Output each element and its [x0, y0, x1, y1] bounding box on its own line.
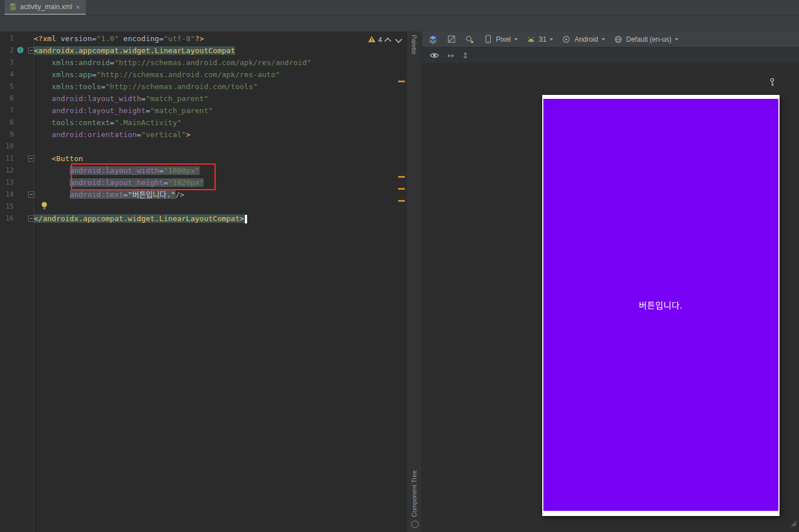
locale-selector-label: Default (en-us): [626, 35, 671, 43]
scrollbar-warning-mark[interactable]: [398, 200, 405, 202]
line-number: 1: [0, 33, 33, 45]
blueprint-icon[interactable]: [446, 34, 456, 45]
code-line[interactable]: android:layout_height="1920px": [34, 177, 397, 189]
chevron-down-icon: [602, 38, 605, 41]
code-line[interactable]: android:layout_width="match_parent": [34, 93, 397, 105]
code-line[interactable]: android:orientation="vertical">: [34, 129, 397, 141]
preview-screen[interactable]: 버튼입니다.: [543, 99, 778, 511]
design-toolbar: Pixel 31: [422, 31, 799, 47]
code-token: =: [92, 34, 97, 43]
code-line[interactable]: tools:context=".MainActivity": [34, 117, 397, 129]
editor-tab-bar: activity_main.xml ×: [0, 0, 799, 16]
code-token: "http://schemas.android.com/apk/res-auto…: [97, 70, 280, 79]
code-token: <?xml: [34, 34, 61, 43]
device-selector[interactable]: Pixel: [483, 34, 518, 45]
preview-nav-bar: [543, 511, 778, 515]
code-token: encoding: [124, 34, 160, 43]
line-number: 4: [0, 69, 33, 81]
chevron-down-icon: [675, 38, 678, 41]
code-token: "1920px": [168, 178, 204, 187]
preview-button[interactable]: 버튼입니다.: [639, 299, 683, 311]
line-number: 6: [0, 93, 33, 105]
swap-horizontal-icon[interactable]: ↔: [447, 51, 454, 60]
code-line[interactable]: android:text="버튼입니다."/>: [34, 189, 397, 201]
code-line[interactable]: </androidx.appcompat.widget.LinearLayout…: [34, 213, 397, 225]
line-number: 15: [0, 201, 33, 213]
inspection-widget[interactable]: 4: [368, 35, 400, 45]
code-token: "http://schemas.android.com/apk/res/andr…: [114, 58, 311, 67]
code-token: "utf-8": [164, 34, 195, 43]
fold-marker-icon[interactable]: [28, 47, 34, 54]
code-token: "match_parent": [146, 94, 209, 103]
key-icon[interactable]: [769, 78, 776, 89]
scrollbar-warning-mark[interactable]: [398, 176, 405, 178]
code-token: android:layout_width: [51, 94, 141, 103]
tool-window-stripe: Palette Component Tree: [406, 31, 422, 532]
code-line[interactable]: android:layout_width="1080px": [34, 165, 397, 177]
line-number: 9: [0, 129, 33, 141]
chevron-up-icon[interactable]: [384, 37, 392, 45]
code-token: version: [61, 34, 92, 43]
code-line[interactable]: <Button: [34, 153, 397, 165]
close-icon[interactable]: ×: [75, 3, 80, 11]
theme-circle-icon: [561, 34, 571, 45]
code-token: "1.0": [97, 34, 119, 43]
color-picker-icon[interactable]: [464, 34, 475, 45]
code-token: xmlns:android: [51, 58, 110, 67]
device-selector-label: Pixel: [496, 35, 511, 43]
swap-vertical-icon[interactable]: ↕: [462, 51, 469, 60]
eye-icon[interactable]: [429, 50, 439, 61]
code-line[interactable]: android:layout_height="match_parent": [34, 105, 397, 117]
code-line[interactable]: [34, 201, 397, 213]
design-panel: Pixel 31: [422, 31, 799, 532]
chevron-down-icon[interactable]: [395, 35, 403, 43]
line-number: 13: [0, 177, 33, 189]
resize-grip-icon[interactable]: [789, 519, 797, 529]
code-token: android:layout_height: [70, 178, 164, 187]
fold-marker-icon[interactable]: [28, 191, 34, 198]
code-line[interactable]: xmlns:android="http://schemas.android.co…: [34, 57, 397, 69]
scrollbar-warning-mark[interactable]: [398, 81, 405, 82]
code-line[interactable]: xmlns:app="http://schemas.android.com/ap…: [34, 69, 397, 81]
locale-globe-icon: [613, 34, 623, 45]
scrollbar-warning-mark[interactable]: [398, 188, 405, 190]
android-xml-file-icon: [9, 3, 17, 11]
code-token: />: [176, 190, 185, 199]
layers-icon[interactable]: [428, 34, 438, 45]
lightbulb-icon[interactable]: [41, 201, 48, 213]
fold-marker-icon[interactable]: [28, 215, 34, 222]
design-canvas[interactable]: 버튼입니다.: [422, 63, 799, 532]
code-token: [119, 34, 124, 43]
theme-selector[interactable]: Android: [561, 34, 605, 45]
locale-selector[interactable]: Default (en-us): [613, 34, 678, 45]
secondary-toolbar: [0, 16, 799, 32]
code-lines: <?xml version="1.0" encoding="utf-8"?><a…: [34, 33, 397, 225]
code-token: xmlns:app: [51, 70, 92, 79]
code-token: "vertical": [141, 130, 186, 139]
code-line[interactable]: [34, 141, 397, 153]
editor-pane[interactable]: 12345678910111213141516 c <?xml version=…: [0, 31, 406, 532]
code-token: android:layout_height: [51, 106, 145, 115]
code-token: "http://schemas.android.com/tools": [105, 82, 257, 91]
code-token: tools:context: [51, 118, 110, 127]
code-token: =: [137, 130, 141, 139]
component-tree-stripe-button[interactable]: Component Tree: [411, 470, 418, 517]
code-line[interactable]: <androidx.appcompat.widget.LinearLayoutC…: [34, 45, 397, 57]
api-selector[interactable]: 31: [526, 34, 553, 45]
text-caret: [245, 215, 247, 223]
code-line[interactable]: <?xml version="1.0" encoding="utf-8"?>: [34, 33, 397, 45]
code-token: =: [92, 70, 97, 79]
component-tree-icon[interactable]: [411, 521, 419, 528]
code-token: <Button: [51, 154, 83, 163]
fold-marker-icon[interactable]: [28, 155, 34, 162]
code-line[interactable]: xmlns:tools="http://schemas.android.com/…: [34, 81, 397, 93]
code-token: >: [186, 130, 190, 139]
editor-gutter: 12345678910111213141516: [0, 33, 34, 532]
line-number: 7: [0, 105, 33, 117]
code-token: =: [146, 106, 150, 115]
class-gutter-icon[interactable]: c: [17, 47, 23, 53]
device-preview: 버튼입니다.: [542, 95, 780, 516]
chevron-down-icon: [550, 38, 553, 41]
tab-activity-main-xml[interactable]: activity_main.xml ×: [5, 0, 86, 15]
palette-stripe-button[interactable]: Palette: [411, 35, 418, 54]
